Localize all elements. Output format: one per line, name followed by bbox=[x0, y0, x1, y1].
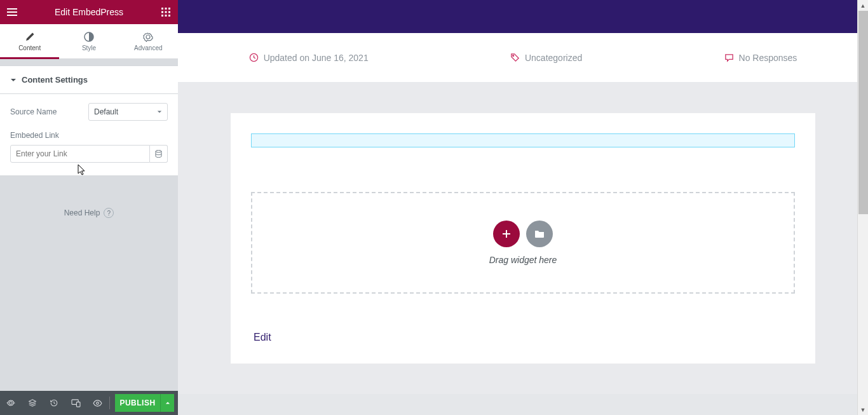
editor-panel: Edit EmbedPress Content Style Advanced C… bbox=[0, 0, 178, 415]
embed-link-group bbox=[10, 145, 168, 163]
clock-icon bbox=[249, 53, 259, 62]
svg-rect-6 bbox=[161, 11, 163, 13]
tab-style[interactable]: Style bbox=[59, 24, 118, 58]
meta-text: No Responses bbox=[739, 53, 797, 63]
post-meta-row: Updated on June 16, 2021 Uncategorized N… bbox=[178, 33, 868, 83]
scroll-down-button[interactable]: ▼ bbox=[858, 404, 868, 415]
embed-link-input[interactable] bbox=[10, 145, 150, 163]
svg-rect-10 bbox=[165, 15, 167, 17]
svg-point-18 bbox=[513, 55, 514, 57]
gear-icon bbox=[6, 398, 15, 407]
panel-tabs: Content Style Advanced bbox=[0, 24, 178, 59]
preview-button[interactable] bbox=[86, 391, 108, 415]
tab-label: Content bbox=[18, 44, 41, 51]
tab-content[interactable]: Content bbox=[0, 24, 59, 58]
caret-down-icon bbox=[157, 109, 162, 114]
database-icon bbox=[155, 150, 162, 158]
svg-rect-2 bbox=[7, 15, 17, 16]
svg-rect-4 bbox=[165, 8, 167, 10]
svg-point-16 bbox=[96, 402, 98, 404]
contrast-icon bbox=[84, 32, 94, 42]
eye-icon bbox=[93, 400, 102, 407]
svg-rect-1 bbox=[7, 11, 17, 13]
meta-text: Uncategorized bbox=[525, 53, 582, 63]
canvas-body[interactable]: Drag widget here Edit bbox=[178, 83, 868, 394]
pencil-icon bbox=[25, 32, 35, 42]
dropzone-buttons bbox=[493, 221, 553, 247]
plus-icon bbox=[501, 229, 512, 239]
field-label: Source Name bbox=[10, 107, 57, 116]
tag-icon bbox=[510, 53, 520, 62]
panel-header: Edit EmbedPress bbox=[0, 0, 178, 24]
field-source-name: Source Name Default bbox=[10, 103, 168, 121]
responsive-button[interactable] bbox=[65, 391, 86, 415]
panel-title: Edit EmbedPress bbox=[55, 7, 123, 17]
svg-rect-3 bbox=[161, 8, 163, 10]
publish-button[interactable]: Publish bbox=[115, 394, 160, 412]
svg-rect-0 bbox=[7, 8, 17, 10]
help-label: Need Help bbox=[64, 208, 100, 217]
site-header bbox=[178, 0, 868, 33]
grid-icon bbox=[161, 8, 170, 17]
svg-rect-15 bbox=[76, 402, 80, 406]
template-library-button[interactable] bbox=[526, 221, 553, 247]
tab-advanced[interactable]: Advanced bbox=[119, 24, 178, 58]
history-icon bbox=[50, 398, 58, 407]
add-section-button[interactable] bbox=[493, 221, 520, 247]
svg-rect-8 bbox=[168, 11, 170, 13]
field-label-embed-link: Embeded Link bbox=[10, 131, 168, 140]
svg-rect-7 bbox=[165, 11, 167, 13]
history-button[interactable] bbox=[43, 391, 65, 415]
editor-canvas: Updated on June 16, 2021 Uncategorized N… bbox=[178, 0, 868, 415]
section-body: Source Name Default Embeded Link bbox=[0, 94, 178, 176]
publish-options-button[interactable] bbox=[160, 394, 174, 412]
svg-point-13 bbox=[156, 150, 161, 152]
edit-link[interactable]: Edit bbox=[251, 332, 795, 343]
widgets-button[interactable] bbox=[154, 0, 178, 24]
help-icon: ? bbox=[104, 208, 114, 218]
caret-down-icon bbox=[10, 77, 17, 83]
settings-button[interactable] bbox=[0, 391, 22, 415]
svg-rect-20 bbox=[503, 233, 510, 235]
tab-label: Advanced bbox=[134, 44, 162, 51]
svg-rect-9 bbox=[161, 15, 163, 17]
selected-embedpress-widget[interactable] bbox=[251, 133, 795, 147]
panel-footer: Publish bbox=[0, 391, 178, 415]
need-help-link[interactable]: Need Help ? bbox=[0, 208, 178, 218]
layers-icon bbox=[28, 398, 37, 407]
gear-icon bbox=[143, 32, 153, 42]
section-title: Content Settings bbox=[22, 75, 88, 85]
scroll-up-button[interactable]: ▲ bbox=[858, 0, 868, 11]
meta-category[interactable]: Uncategorized bbox=[510, 53, 582, 63]
select-value: Default bbox=[94, 107, 118, 116]
svg-rect-5 bbox=[168, 8, 170, 10]
add-section-dropzone[interactable]: Drag widget here bbox=[251, 192, 795, 294]
meta-responses[interactable]: No Responses bbox=[724, 53, 797, 63]
navigator-button[interactable] bbox=[22, 391, 43, 415]
section-toggle-content-settings[interactable]: Content Settings bbox=[0, 65, 178, 94]
dropzone-label: Drag widget here bbox=[489, 255, 557, 265]
menu-button[interactable] bbox=[0, 0, 24, 24]
svg-rect-11 bbox=[168, 15, 170, 17]
folder-icon bbox=[534, 229, 545, 238]
dynamic-tags-button[interactable] bbox=[150, 145, 168, 163]
tab-label: Style bbox=[82, 44, 96, 51]
content-card: Drag widget here Edit bbox=[231, 113, 815, 364]
meta-text: Updated on June 16, 2021 bbox=[264, 53, 369, 63]
separator bbox=[109, 397, 110, 409]
responsive-icon bbox=[71, 399, 81, 407]
meta-updated: Updated on June 16, 2021 bbox=[249, 53, 369, 63]
window-scrollbar[interactable]: ▲ ▼ bbox=[857, 0, 868, 415]
source-name-select[interactable]: Default bbox=[88, 103, 168, 121]
hamburger-icon bbox=[7, 7, 17, 17]
caret-up-icon bbox=[165, 400, 170, 405]
scrollbar-thumb[interactable] bbox=[858, 11, 868, 214]
comment-icon bbox=[724, 53, 734, 62]
